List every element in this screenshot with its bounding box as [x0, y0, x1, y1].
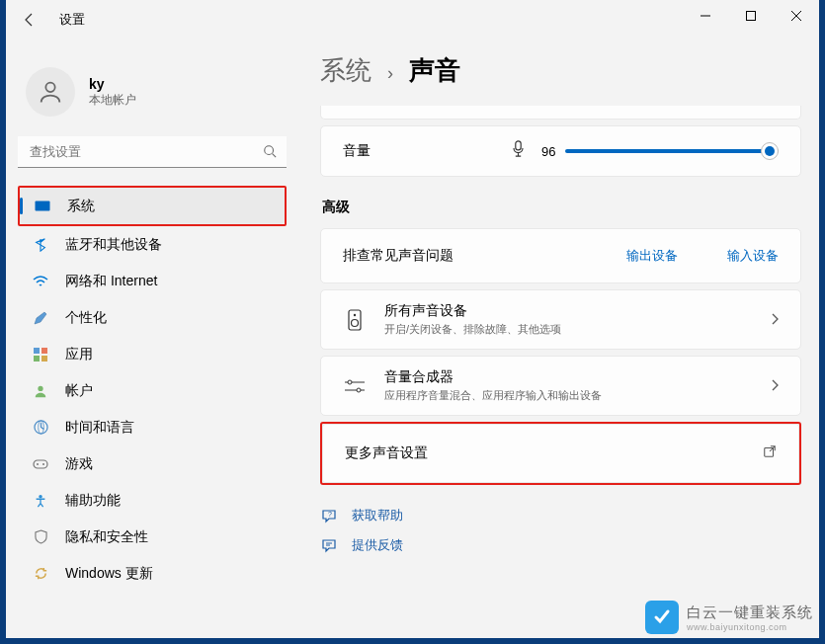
- nav-item-gaming[interactable]: 游戏: [18, 445, 287, 482]
- chevron-right-icon: [771, 311, 779, 329]
- microphone-icon[interactable]: [511, 140, 526, 162]
- nav-item-privacy[interactable]: 隐私和安全性: [18, 519, 287, 555]
- user-name: ky: [89, 76, 136, 92]
- nav-item-bluetooth[interactable]: 蓝牙和其他设备: [18, 226, 287, 263]
- more-sound-settings-card[interactable]: 更多声音设置: [322, 424, 799, 483]
- footer-links: ? 获取帮助 提供反馈: [320, 507, 801, 554]
- time-language-icon: [32, 419, 49, 437]
- troubleshoot-title: 排查常见声音问题: [343, 247, 577, 265]
- chevron-right-icon: ›: [387, 63, 393, 84]
- volume-label: 音量: [343, 142, 511, 160]
- gaming-icon: [32, 455, 49, 473]
- get-help-link[interactable]: ? 获取帮助: [320, 507, 801, 524]
- svg-point-24: [348, 380, 352, 384]
- mixer-desc: 应用程序音量混合、应用程序输入和输出设备: [384, 388, 602, 403]
- svg-text:?: ?: [328, 511, 332, 518]
- svg-point-17: [42, 463, 44, 465]
- svg-point-18: [39, 494, 42, 498]
- svg-point-22: [352, 319, 359, 326]
- svg-point-5: [265, 146, 274, 155]
- mixer-title: 音量合成器: [384, 368, 602, 386]
- svg-point-4: [45, 83, 54, 92]
- nav-item-system[interactable]: 系统: [20, 188, 285, 224]
- user-profile[interactable]: ky 本地帐户: [18, 49, 296, 136]
- watermark-text: 白云一键重装系统: [687, 604, 813, 622]
- feedback-icon: [320, 536, 338, 554]
- nav-item-time-language[interactable]: 时间和语言: [18, 409, 287, 445]
- bluetooth-icon: [32, 236, 49, 254]
- svg-rect-10: [34, 356, 40, 362]
- all-devices-desc: 开启/关闭设备、排除故障、其他选项: [384, 322, 561, 337]
- svg-rect-11: [41, 356, 47, 362]
- breadcrumb-current: 声音: [409, 53, 460, 88]
- svg-rect-15: [34, 460, 47, 468]
- volume-mixer-card[interactable]: 音量合成器 应用程序音量混合、应用程序输入和输出设备: [320, 356, 801, 416]
- svg-rect-1: [747, 12, 756, 21]
- accounts-icon: [32, 382, 49, 400]
- svg-line-6: [273, 154, 277, 158]
- network-icon: [32, 273, 49, 290]
- user-subtitle: 本地帐户: [89, 92, 136, 109]
- breadcrumb: 系统 › 声音: [320, 53, 801, 88]
- card-stub: [320, 106, 801, 120]
- svg-rect-19: [516, 141, 521, 150]
- svg-point-16: [37, 463, 39, 465]
- chevron-right-icon: [771, 377, 779, 395]
- nav-list: 系统 蓝牙和其他设备 网络和 Internet 个性化 应用 帐户: [18, 186, 287, 592]
- privacy-icon: [32, 528, 49, 546]
- svg-point-21: [354, 313, 356, 315]
- speaker-icon: [343, 309, 367, 331]
- output-device-link[interactable]: 输出设备: [626, 247, 678, 265]
- search-box[interactable]: [18, 136, 287, 168]
- external-link-icon: [763, 444, 777, 462]
- input-device-link[interactable]: 输入设备: [727, 247, 779, 265]
- accessibility-icon: [32, 492, 49, 510]
- app-title: 设置: [59, 11, 85, 29]
- nav-item-windows-update[interactable]: Windows 更新: [18, 555, 287, 592]
- advanced-heading: 高级: [322, 199, 801, 216]
- svg-rect-8: [34, 348, 40, 354]
- watermark-icon: [645, 601, 679, 634]
- nav-item-network[interactable]: 网络和 Internet: [18, 263, 287, 299]
- slider-thumb[interactable]: [761, 142, 779, 160]
- nav-item-personalization[interactable]: 个性化: [18, 299, 287, 336]
- mixer-icon: [343, 378, 367, 394]
- troubleshoot-card: 排查常见声音问题 输出设备 输入设备: [320, 228, 801, 283]
- help-icon: ?: [320, 507, 338, 524]
- apps-icon: [32, 346, 49, 363]
- avatar-icon: [26, 67, 75, 117]
- search-icon: [263, 144, 277, 162]
- more-settings-title: 更多声音设置: [345, 444, 428, 462]
- maximize-button[interactable]: [728, 0, 774, 32]
- nav-item-accounts[interactable]: 帐户: [18, 372, 287, 409]
- sidebar: ky 本地帐户 系统 蓝牙和其他设备 网络和 In: [0, 40, 296, 638]
- volume-value: 96: [541, 144, 555, 159]
- volume-card: 音量 96: [320, 125, 801, 177]
- svg-point-12: [38, 385, 42, 390]
- system-icon: [34, 198, 51, 215]
- volume-slider[interactable]: [565, 141, 779, 161]
- watermark: 白云一键重装系统 www.baiyunxitong.com: [645, 601, 813, 634]
- titlebar: 设置: [0, 0, 825, 40]
- give-feedback-link[interactable]: 提供反馈: [320, 536, 801, 554]
- all-sound-devices-card[interactable]: 所有声音设备 开启/关闭设备、排除故障、其他选项: [320, 289, 801, 350]
- close-button[interactable]: [774, 0, 819, 32]
- svg-point-26: [357, 388, 361, 392]
- personalization-icon: [32, 309, 49, 327]
- main-content: 系统 › 声音 音量 96 高级: [296, 40, 825, 638]
- windows-update-icon: [32, 565, 49, 583]
- all-devices-title: 所有声音设备: [384, 302, 561, 320]
- minimize-button[interactable]: [683, 0, 728, 32]
- nav-item-apps[interactable]: 应用: [18, 336, 287, 372]
- watermark-url: www.baiyunxitong.com: [687, 622, 813, 632]
- breadcrumb-parent[interactable]: 系统: [320, 53, 371, 88]
- search-input[interactable]: [18, 136, 287, 168]
- nav-item-accessibility[interactable]: 辅助功能: [18, 482, 287, 519]
- svg-rect-9: [41, 348, 47, 354]
- svg-rect-7: [36, 201, 50, 210]
- back-button[interactable]: [20, 10, 40, 30]
